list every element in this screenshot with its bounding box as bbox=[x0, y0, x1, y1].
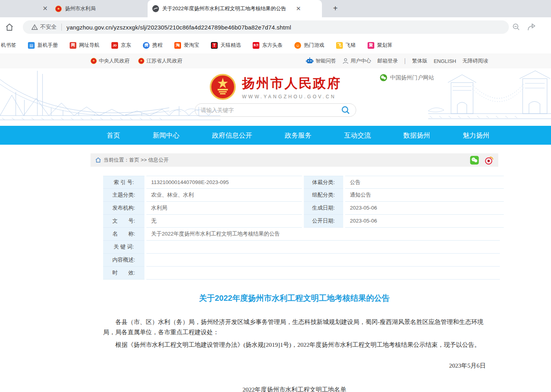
gov-emblem-icon: ★ bbox=[91, 58, 97, 64]
bookmark-item[interactable]: 机书签 bbox=[1, 42, 16, 49]
doc-paragraph: 各县（市、区）水利（务）局，扬州经济开发区城乡事务管理局，生态科技新城规划建设局… bbox=[103, 317, 486, 337]
browser-tab-bar: ✕ ★ 扬州市水利局 关于2022年度扬州市水利工程文明工地考核结果的公告 ✕ … bbox=[0, 0, 551, 17]
address-omnibox[interactable]: 不安全 yangzhou.gov.cn/yzszxxgk/slj/202305/… bbox=[23, 20, 509, 34]
doc-list-title: 2022年度扬州市水利工程文明工地名单 bbox=[91, 386, 498, 392]
tmall-icon: T bbox=[211, 42, 218, 49]
meta-value-topic: 农业、林业、水利 bbox=[146, 189, 302, 202]
doc-meta-table: 索 引 号: 11321000014407098E-2023-095 体裁分类:… bbox=[103, 176, 498, 280]
doc-paragraph: 根据《扬州市水利工程文明工地建设管理办法》(扬水规[2019]1号)，2022年… bbox=[103, 340, 486, 350]
not-secure-warning-icon bbox=[31, 24, 38, 30]
nav-item-news[interactable]: 新闻中心 bbox=[153, 131, 179, 140]
bookmark-item[interactable]: 聚 聚划算 bbox=[368, 42, 392, 49]
breadcrumb-label: 当前位置： bbox=[104, 157, 129, 163]
portal-link[interactable]: 中国扬州门户网站 bbox=[380, 74, 434, 81]
nav-item-services[interactable]: 政务服务 bbox=[285, 131, 311, 140]
close-icon[interactable]: ✕ bbox=[43, 5, 48, 12]
meta-row: 索 引 号: 11321000014407098E-2023-095 体裁分类:… bbox=[103, 176, 498, 189]
meta-value-validity bbox=[146, 267, 500, 280]
wechat-share-icon[interactable] bbox=[470, 156, 479, 165]
meta-value-name: 关于2022年度扬州市水利工程文明工地考核结果的公告 bbox=[146, 228, 500, 241]
url-text[interactable]: yangzhou.gov.cn/yzszxxgk/slj/202305/210c… bbox=[67, 24, 291, 31]
security-label[interactable]: 不安全 bbox=[40, 24, 57, 31]
meta-label: 关 键 词: bbox=[103, 241, 144, 254]
link-smart-qa[interactable]: 智能问答 bbox=[306, 57, 336, 64]
nav-item-interaction[interactable]: 互动交流 bbox=[344, 131, 371, 140]
meta-label: 名 称: bbox=[103, 228, 144, 241]
new-tab-button[interactable]: + bbox=[330, 3, 341, 14]
meta-value-publish-date: 2023-05-06 bbox=[345, 215, 504, 228]
meta-row: 时 效: bbox=[103, 267, 498, 280]
tab-title: 扬州市水利局 bbox=[65, 5, 96, 12]
bookmark-item[interactable]: ☺ 热门游戏 bbox=[294, 42, 324, 49]
tab-yangzhou-water-bureau[interactable]: ★ 扬州市水利局 bbox=[55, 0, 146, 17]
meta-row: 主题分类: 农业、林业、水利 组配分类: 通知公告 bbox=[103, 189, 498, 202]
bookmark-item[interactable]: T 天猫精选 bbox=[211, 42, 241, 49]
meta-value-genre: 公告 bbox=[345, 176, 504, 189]
site-header: 扬州市人民政府 WWW.YANGZHOU.GOV.CN 中国扬州门户网站 bbox=[0, 68, 551, 126]
fliggy-icon: 飞 bbox=[336, 42, 343, 49]
meta-value-index-number: 11321000014407098E-2023-095 bbox=[146, 176, 302, 189]
bookmark-item[interactable]: JD 京东 bbox=[111, 42, 131, 49]
link-accessibility[interactable]: 无障碍阅读 bbox=[462, 57, 488, 64]
bookmark-item[interactable]: 飞 飞猪 bbox=[336, 42, 356, 49]
bookmark-item[interactable]: 携 携程 bbox=[143, 42, 163, 49]
meta-label: 生成日期: bbox=[304, 202, 343, 215]
zoom-out-icon[interactable] bbox=[512, 23, 521, 31]
robot-icon bbox=[306, 57, 314, 64]
link-mail-login[interactable]: 邮箱登录 bbox=[377, 57, 398, 64]
meta-row: 名 称: 关于2022年度扬州市水利工程文明工地考核结果的公告 bbox=[103, 228, 498, 241]
site-domain: WWW.YANGZHOU.GOV.CN bbox=[242, 94, 341, 99]
search-input[interactable] bbox=[201, 107, 341, 113]
meta-value-keywords bbox=[146, 241, 500, 254]
taobao-icon: 淘 bbox=[174, 42, 181, 49]
link-english[interactable]: ENGLISH bbox=[434, 58, 456, 64]
close-icon[interactable]: ✕ bbox=[294, 4, 303, 13]
meta-label: 索 引 号: bbox=[103, 176, 144, 189]
breadcrumb-path[interactable]: 首页 >> 信息公开 bbox=[129, 157, 168, 163]
meta-value-agency: 水利局 bbox=[146, 202, 302, 215]
meta-label: 体裁分类: bbox=[304, 176, 343, 189]
games-icon: ☺ bbox=[294, 42, 301, 49]
breadcrumb: 当前位置：首页 >> 信息公开 bbox=[91, 153, 498, 167]
meta-label: 发布机构: bbox=[103, 202, 144, 215]
doc-title: 关于2022年度扬州市水利工程文明工地考核结果的公告 bbox=[91, 293, 498, 304]
meta-label: 时 效: bbox=[103, 267, 144, 280]
tab-announcement-active[interactable]: 关于2022年度扬州市水利工程文明工地考核结果的公告 ✕ bbox=[148, 0, 322, 17]
site-name: 扬州市人民政府 bbox=[242, 75, 341, 92]
site-logo[interactable]: 扬州市人民政府 WWW.YANGZHOU.GOV.CN bbox=[242, 75, 341, 99]
gov-emblem-icon: ★ bbox=[138, 58, 144, 64]
doc-date: 2023年5月6日 bbox=[91, 362, 498, 370]
nav-item-data[interactable]: 数据扬州 bbox=[403, 131, 430, 140]
meta-label: 文 号: bbox=[103, 215, 144, 228]
juhuasuan-icon: 聚 bbox=[368, 42, 374, 49]
bookmark-item[interactable]: 东方 东方头条 bbox=[253, 42, 283, 49]
portal-label: 中国扬州门户网站 bbox=[390, 74, 434, 81]
search-icon[interactable] bbox=[341, 105, 350, 115]
link-user-center[interactable]: 用户中心 bbox=[342, 57, 371, 64]
bookmark-item[interactable]: 淘 爱淘宝 bbox=[174, 42, 199, 49]
meta-label: 内容概述: bbox=[103, 254, 144, 267]
link-central-gov[interactable]: ★ 中央人民政府 bbox=[91, 57, 129, 64]
nav-item-home[interactable]: 首页 bbox=[107, 131, 120, 140]
national-emblem-icon bbox=[210, 74, 236, 100]
browser-logo-icon bbox=[152, 5, 159, 12]
toutiao-icon: 东方 bbox=[253, 42, 259, 49]
bookmark-item[interactable]: ▤ 新机手册 bbox=[28, 42, 58, 49]
main-nav: 首页 新闻中心 政府信息公开 政务服务 互动交流 数据扬州 魅力扬州 bbox=[0, 126, 551, 145]
weibo-share-icon[interactable] bbox=[484, 156, 494, 165]
share-icon[interactable] bbox=[527, 23, 536, 31]
nav-item-charm[interactable]: 魅力扬州 bbox=[463, 131, 490, 140]
link-jiangsu-gov[interactable]: ★ 江苏省人民政府 bbox=[138, 57, 182, 64]
nav-site-icon: 网 bbox=[70, 42, 76, 49]
nav-item-info-disclosure[interactable]: 政府信息公开 bbox=[212, 131, 252, 140]
meta-row: 关 键 词: bbox=[103, 241, 498, 254]
bookmark-item[interactable]: 网 网址导航 bbox=[70, 42, 100, 49]
doc-body: 各县（市、区）水利（务）局，扬州经济开发区城乡事务管理局，生态科技新城规划建设局… bbox=[91, 317, 498, 350]
manual-icon: ▤ bbox=[28, 42, 35, 49]
home-icon[interactable] bbox=[95, 157, 101, 163]
jd-icon: JD bbox=[111, 42, 118, 49]
site-search bbox=[195, 103, 356, 117]
tab-title: 关于2022年度扬州市水利工程文明工地考核结果的公告 bbox=[162, 5, 292, 12]
link-traditional[interactable]: 繁体版 bbox=[412, 57, 427, 64]
home-icon[interactable] bbox=[5, 22, 14, 32]
